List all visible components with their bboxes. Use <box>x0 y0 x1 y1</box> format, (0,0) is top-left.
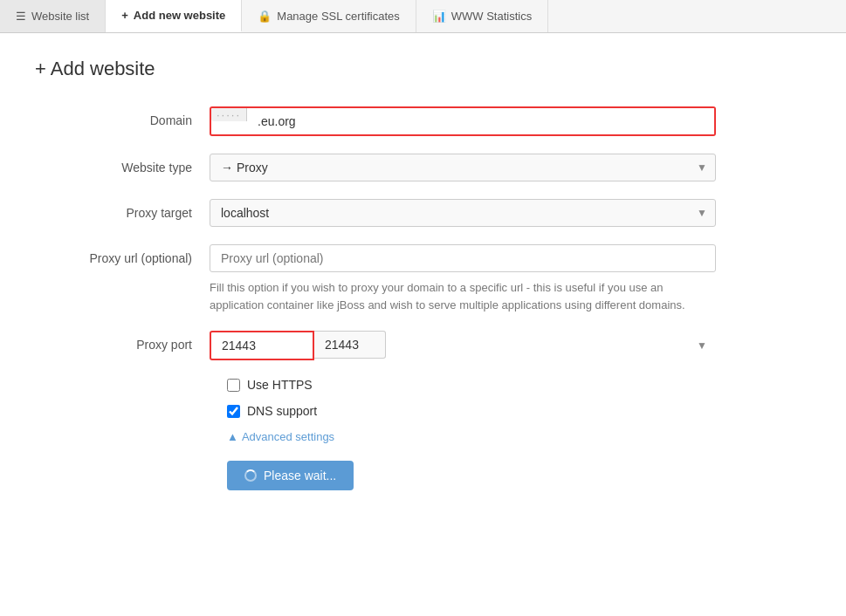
domain-input-wrap: ····· <box>210 106 716 136</box>
submit-button[interactable]: Please wait... <box>227 461 354 490</box>
tab-www-statistics[interactable]: 📊 WWW Statistics <box>416 0 548 32</box>
proxy-url-input[interactable] <box>210 244 716 272</box>
advanced-settings-text: Advanced settings <box>242 430 334 443</box>
proxy-target-control: localhost 127.0.0.1 ▼ <box>210 199 716 227</box>
website-type-control: → Proxy Static Redirect ▼ <box>210 154 716 181</box>
proxy-port-select-wrap: 21443 80 443 8080 ▼ <box>314 331 716 360</box>
proxy-port-row: Proxy port 21443 80 443 8080 ▼ <box>35 331 811 360</box>
tab-add-new-website[interactable]: + Add new website <box>106 0 242 32</box>
domain-row: Domain ····· <box>35 106 811 136</box>
website-type-row: Website type → Proxy Static Redirect ▼ <box>35 154 811 181</box>
submit-label: Please wait... <box>264 469 336 483</box>
proxy-port-select[interactable]: 21443 80 443 8080 <box>314 331 386 359</box>
advanced-settings-link-wrap: ▲ Advanced settings <box>227 430 811 443</box>
dns-support-text: DNS support <box>247 404 317 418</box>
proxy-target-select-wrap: localhost 127.0.0.1 ▼ <box>210 199 716 227</box>
proxy-port-wrap: 21443 80 443 8080 ▼ <box>210 331 716 360</box>
advanced-settings-link[interactable]: ▲ Advanced settings <box>227 430 811 443</box>
spinner-icon <box>244 469 257 482</box>
triangle-up-icon: ▲ <box>227 430 238 443</box>
use-https-checkbox[interactable] <box>227 379 240 392</box>
tab-website-list[interactable]: ☰ Website list <box>0 0 106 32</box>
tab-manage-ssl-label: Manage SSL certificates <box>277 10 399 23</box>
tab-website-list-label: Website list <box>31 10 89 23</box>
proxy-port-arrow-icon: ▼ <box>697 339 707 352</box>
list-icon: ☰ <box>16 10 26 23</box>
lock-icon: 🔒 <box>258 10 272 23</box>
proxy-url-help: Fill this option if you wish to proxy yo… <box>210 279 716 313</box>
proxy-port-label: Proxy port <box>35 331 210 352</box>
proxy-target-select[interactable]: localhost 127.0.0.1 <box>210 199 716 227</box>
plus-icon: + <box>121 9 128 22</box>
domain-label: Domain <box>35 106 210 127</box>
proxy-url-row: Proxy url (optional) Fill this option if… <box>35 244 811 313</box>
tab-add-new-website-label: Add new website <box>134 9 225 22</box>
proxy-port-control: 21443 80 443 8080 ▼ <box>210 331 716 360</box>
domain-control: ····· <box>210 106 716 136</box>
use-https-text: Use HTTPS <box>247 378 313 392</box>
proxy-target-row: Proxy target localhost 127.0.0.1 ▼ <box>35 199 811 227</box>
dns-support-row: DNS support <box>35 404 811 418</box>
page-title: + Add website <box>35 58 811 80</box>
use-https-label[interactable]: Use HTTPS <box>227 378 313 392</box>
domain-input[interactable] <box>247 108 714 134</box>
use-https-row: Use HTTPS <box>35 378 811 392</box>
tab-www-statistics-label: WWW Statistics <box>451 10 532 23</box>
tab-bar: ☰ Website list + Add new website 🔒 Manag… <box>0 0 846 33</box>
submit-wrap: Please wait... <box>227 461 811 490</box>
use-https-wrap: Use HTTPS <box>227 378 313 392</box>
page-content: + Add website Domain ····· Website type … <box>0 33 846 515</box>
dns-support-label[interactable]: DNS support <box>227 404 317 418</box>
tab-manage-ssl[interactable]: 🔒 Manage SSL certificates <box>242 0 416 32</box>
chart-icon: 📊 <box>432 10 446 23</box>
proxy-port-input[interactable] <box>210 331 314 360</box>
dns-support-wrap: DNS support <box>227 404 317 418</box>
domain-prefix: ····· <box>211 108 247 121</box>
website-type-select-wrap: → Proxy Static Redirect ▼ <box>210 154 716 181</box>
dns-support-checkbox[interactable] <box>227 405 240 418</box>
proxy-target-label: Proxy target <box>35 199 210 220</box>
proxy-url-label: Proxy url (optional) <box>35 244 210 265</box>
website-type-label: Website type <box>35 154 210 175</box>
website-type-select[interactable]: → Proxy Static Redirect <box>210 154 716 181</box>
proxy-url-control: Fill this option if you wish to proxy yo… <box>210 244 716 313</box>
page-title-text: + Add website <box>35 58 155 79</box>
